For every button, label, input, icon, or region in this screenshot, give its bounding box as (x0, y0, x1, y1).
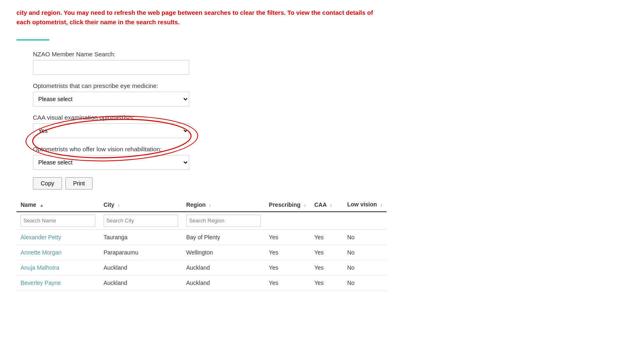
search-name-input[interactable] (21, 215, 95, 227)
region-sort-icon: ↕ (209, 203, 211, 208)
caa-group: CAA visual examination optometrists: Ple… (33, 114, 239, 138)
cell-city: Auckland (100, 260, 182, 275)
col-caa[interactable]: CAA ↕ (310, 198, 343, 212)
divider (16, 39, 49, 41)
low-vision-select[interactable]: Please select Yes No (33, 155, 189, 170)
cell-prescribing: Yes (265, 245, 310, 260)
col-region[interactable]: Region ↕ (182, 198, 265, 212)
cell-prescribing: Yes (265, 229, 310, 245)
cell-city: Paraparaumu (100, 245, 182, 260)
col-city-label: City (104, 201, 114, 208)
cell-prescribing: Yes (265, 275, 310, 290)
col-prescribing-label: Prescribing (269, 201, 301, 208)
member-name-link[interactable]: Alexander Petty (21, 234, 61, 241)
caa-select[interactable]: Please select Yes No (33, 123, 189, 138)
low-vision-sort-icon: ↕ (380, 202, 382, 208)
name-search-label: NZAO Member Name Search: (33, 51, 239, 58)
prescribing-sort-icon: ↕ (304, 203, 306, 208)
prescribe-label: Optometrists that can prescribe eye medi… (33, 82, 239, 89)
col-caa-label: CAA (314, 201, 327, 208)
col-low-vision[interactable]: Low vision ↕ (343, 198, 387, 212)
cell-low_vision: No (343, 245, 387, 260)
prescribe-group: Optometrists that can prescribe eye medi… (33, 82, 239, 106)
table-row: Beverley PayneAucklandAucklandYesYesNo (16, 275, 387, 290)
name-sort-icon: ▲ (39, 203, 44, 208)
low-vision-group: Optometrists who offer low vision rehabi… (33, 146, 239, 170)
col-region-label: Region (186, 201, 206, 208)
low-vision-label: Optometrists who offer low vision rehabi… (33, 146, 239, 153)
print-button[interactable]: Print (65, 177, 93, 190)
name-search-group: NZAO Member Name Search: (33, 51, 239, 75)
prescribe-select[interactable]: Please select Yes No (33, 92, 189, 106)
filter-form: NZAO Member Name Search: Optometrists th… (33, 51, 239, 190)
caa-select-wrapper: Please select Yes No (33, 123, 189, 138)
table-body: Alexander PettyTaurangaBay of PlentyYesY… (16, 229, 387, 290)
col-low-vision-label: Low vision (347, 201, 377, 208)
action-buttons: Copy Print (33, 177, 239, 190)
member-name-link[interactable]: Beverley Payne (21, 280, 61, 286)
city-sort-icon: ↕ (118, 203, 120, 208)
col-prescribing[interactable]: Prescribing ↕ (265, 198, 310, 212)
cell-region: Bay of Plenty (182, 229, 265, 245)
notice-text: city and region. You may need to refresh… (16, 8, 387, 27)
results-table: Name ▲ City ↕ Region ↕ Prescribing ↕ CAA (16, 198, 387, 291)
results-table-wrapper: Name ▲ City ↕ Region ↕ Prescribing ↕ CAA (16, 198, 387, 291)
cell-low_vision: No (343, 275, 387, 290)
table-row: Alexander PettyTaurangaBay of PlentyYesY… (16, 229, 387, 245)
table-search-row (16, 212, 387, 230)
cell-caa: Yes (310, 260, 343, 275)
caa-label: CAA visual examination optometrists: (33, 114, 239, 121)
col-name[interactable]: Name ▲ (16, 198, 100, 212)
copy-button[interactable]: Copy (33, 177, 62, 190)
col-name-label: Name (21, 201, 36, 208)
caa-sort-icon: ↕ (330, 203, 332, 208)
table-row: Anuja MalhotraAucklandAucklandYesYesNo (16, 260, 387, 275)
cell-city: Tauranga (100, 229, 182, 245)
cell-low_vision: No (343, 229, 387, 245)
member-name-link[interactable]: Annette Morgan (21, 249, 62, 256)
member-name-link[interactable]: Anuja Malhotra (21, 264, 59, 271)
name-search-input[interactable] (33, 60, 189, 75)
cell-low_vision: No (343, 260, 387, 275)
cell-region: Auckland (182, 260, 265, 275)
cell-city: Auckland (100, 275, 182, 290)
search-region-input[interactable] (186, 215, 261, 227)
cell-caa: Yes (310, 229, 343, 245)
search-city-input[interactable] (104, 215, 178, 227)
table-header-row: Name ▲ City ↕ Region ↕ Prescribing ↕ CAA (16, 198, 387, 212)
cell-caa: Yes (310, 245, 343, 260)
cell-region: Auckland (182, 275, 265, 290)
table-row: Annette MorganParaparaumuWellingtonYesYe… (16, 245, 387, 260)
cell-region: Wellington (182, 245, 265, 260)
col-city[interactable]: City ↕ (100, 198, 182, 212)
cell-caa: Yes (310, 275, 343, 290)
cell-prescribing: Yes (265, 260, 310, 275)
